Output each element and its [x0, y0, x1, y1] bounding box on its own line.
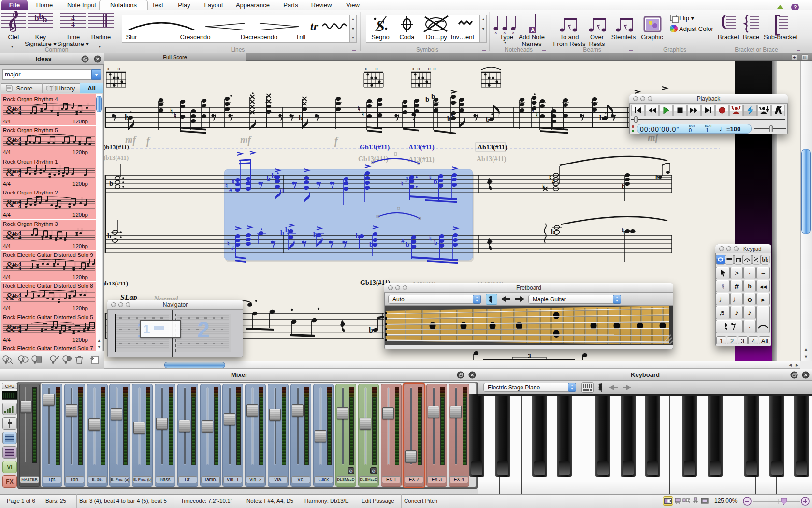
svg-text:♮: ♮	[232, 178, 234, 185]
svg-text:f: f	[146, 135, 151, 147]
svg-text:b: b	[599, 114, 603, 121]
svg-text:b: b	[434, 239, 437, 246]
svg-text:x: x	[107, 66, 110, 71]
svg-text:o: o	[375, 66, 377, 71]
svg-text:bb: bb	[13, 325, 18, 330]
svg-text:x: x	[412, 66, 415, 71]
svg-text:♮: ♮	[174, 112, 176, 120]
svg-text:4: 4	[18, 172, 22, 178]
svg-text:bb: bb	[13, 169, 18, 174]
svg-text:♮: ♮	[451, 111, 453, 119]
svg-text:4: 4	[18, 203, 22, 209]
svg-text:)b13(#11): )b13(#11)	[104, 280, 128, 287]
svg-text:4: 4	[71, 20, 75, 29]
svg-text:b: b	[425, 95, 429, 103]
svg-text:b: b	[43, 15, 47, 24]
svg-text:#: #	[229, 186, 232, 193]
svg-text:♮: ♮	[429, 235, 432, 242]
svg-text:)b13(#11): )b13(#11)	[104, 143, 129, 150]
svg-text:b: b	[434, 178, 437, 185]
svg-text:Ab13(#11): Ab13(#11)	[478, 144, 508, 151]
svg-text:bb: bb	[13, 262, 18, 268]
svg-text:3: 3	[528, 353, 531, 359]
svg-text:b: b	[280, 229, 284, 237]
svg-text:4: 4	[18, 110, 22, 116]
svg-text:♮: ♮	[536, 111, 538, 119]
svg-text:♮: ♮	[401, 180, 403, 187]
svg-text:4: 4	[18, 297, 22, 302]
svg-text:bb: bb	[13, 293, 18, 299]
svg-text:Gb13(#11): Gb13(#11)	[360, 144, 390, 151]
svg-text:bb: bb	[13, 137, 18, 143]
svg-text:4: 4	[18, 266, 22, 271]
svg-text:#: #	[401, 237, 405, 244]
svg-text:4: 4	[18, 141, 22, 147]
svg-text:bb: bb	[762, 256, 769, 263]
svg-text:)b13(#11): )b13(#11)	[104, 154, 129, 161]
svg-text:♮: ♮	[282, 187, 284, 194]
svg-text:♮: ♮	[429, 174, 432, 181]
svg-text:♮: ♮	[170, 108, 173, 115]
svg-text:f: f	[334, 135, 339, 147]
svg-text:b: b	[369, 326, 373, 334]
svg-text:mf: mf	[240, 134, 252, 146]
svg-text:bb: bb	[13, 200, 18, 205]
svg-text:#: #	[231, 244, 234, 251]
svg-text:♮: ♮	[362, 110, 364, 118]
svg-text:o: o	[433, 66, 435, 71]
svg-text:bb: bb	[13, 231, 18, 237]
svg-text:b: b	[109, 179, 113, 187]
svg-text:b: b	[447, 115, 451, 122]
svg-text:?: ?	[794, 4, 797, 10]
svg-text:b: b	[107, 232, 111, 239]
svg-text:bb: bb	[13, 106, 18, 112]
svg-text:A13(#11): A13(#11)	[408, 144, 435, 151]
svg-text:Ab13(#11): Ab13(#11)	[477, 155, 507, 163]
svg-text:4: 4	[18, 328, 22, 334]
svg-text:o: o	[428, 66, 430, 71]
svg-text:♮: ♮	[549, 174, 551, 181]
svg-text:o: o	[117, 66, 120, 71]
svg-text:♮: ♮	[358, 105, 360, 113]
svg-text:b: b	[406, 241, 409, 248]
svg-text:♮: ♮	[225, 182, 228, 189]
svg-text:x: x	[365, 66, 367, 71]
svg-text:#: #	[405, 176, 408, 183]
svg-text:o: o	[417, 66, 420, 71]
svg-text:·: ·	[108, 19, 110, 25]
svg-text:A13(#11): A13(#11)	[408, 156, 435, 164]
svg-text:4: 4	[18, 235, 22, 240]
svg-text:b: b	[267, 175, 271, 182]
svg-text:♮: ♮	[227, 240, 230, 247]
